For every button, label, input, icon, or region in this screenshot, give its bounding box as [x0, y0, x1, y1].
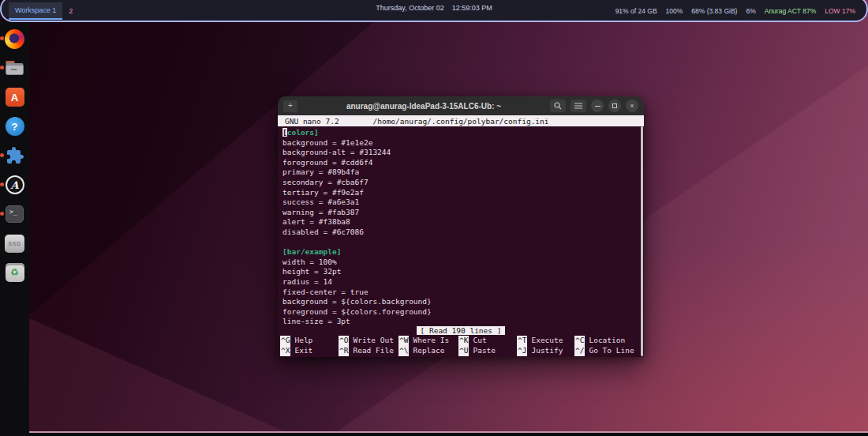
- dock-item-app-badge[interactable]: A: [5, 175, 25, 195]
- trash-icon: ♻: [6, 263, 24, 282]
- dock-item-extensions[interactable]: [5, 145, 25, 166]
- shortcut-key: ^U: [458, 346, 469, 356]
- stat-item: 91% of 24 GB: [615, 7, 657, 15]
- nano-file-path: /home/anurag/.config/polybar/config.ini: [372, 117, 548, 126]
- shortcut-hint: ^WWhere Is: [398, 336, 458, 346]
- nano-content: [colors]background = #1e1e2ebackground-a…: [282, 128, 637, 327]
- workspace-tab-2[interactable]: 2: [62, 2, 79, 20]
- shortcut-hint: ^UPaste: [458, 346, 517, 356]
- extensions-icon: [6, 146, 24, 165]
- nano-line: primary = #89b4fa: [282, 167, 637, 178]
- shortcut-hint: ^CLocation: [574, 336, 644, 346]
- shortcut-hint: ^TExecute: [517, 336, 574, 346]
- shortcut-label: Cut: [473, 336, 486, 346]
- search-icon: [554, 102, 562, 110]
- shortcut-key: ^J: [517, 346, 527, 356]
- shortcut-hint: ^KCut: [458, 336, 517, 346]
- nano-line: foreground = #cdd6f4: [282, 158, 637, 168]
- nano-line: line-size = 3pt: [282, 317, 637, 327]
- shortcut-label: Paste: [473, 346, 496, 356]
- text-cursor: [: [282, 128, 287, 137]
- desktop: Workspace 12 Thursday, October 0212:59:0…: [0, 0, 868, 436]
- system-stats: 91% of 24 GB100%68% (3.83 GiB)6%Anurag A…: [615, 7, 855, 15]
- shortcut-label: Location: [589, 336, 625, 346]
- shortcut-hint: ^GHelp: [280, 336, 339, 346]
- dock-item-file-manager[interactable]: [5, 58, 25, 78]
- notification-dot: [0, 36, 4, 40]
- dock-item-help[interactable]: ?: [5, 116, 25, 137]
- dock-item-ssd-drive[interactable]: SSD: [5, 233, 25, 254]
- notification-dot: [0, 153, 4, 157]
- dock-item-trash[interactable]: ♻: [5, 262, 25, 283]
- shortcut-label: Help: [294, 336, 312, 346]
- stat-item: 100%: [666, 7, 683, 15]
- dock-item-firefox[interactable]: [5, 28, 25, 49]
- shortcut-label: Replace: [413, 346, 444, 356]
- workspace-tab-1[interactable]: Workspace 1: [9, 2, 62, 20]
- shortcut-hint: ^OWrite Out: [339, 336, 398, 346]
- shortcut-label: Justify: [531, 346, 563, 356]
- terminal-icon: >_: [6, 205, 24, 223]
- minimize-button[interactable]: [591, 100, 604, 112]
- nano-line: [colors]: [282, 128, 637, 138]
- nano-line: [bar/example]: [282, 247, 637, 257]
- terminal-scrollbar[interactable]: [641, 126, 643, 356]
- shortcut-key: ^\: [398, 346, 409, 356]
- workspace-switcher: Workspace 12: [9, 2, 79, 20]
- nano-line: tertiary = #f9e2af: [282, 188, 637, 198]
- polybar: Workspace 12 Thursday, October 0212:59:0…: [0, 0, 868, 22]
- nano-line: background = #1e1e2e: [282, 138, 637, 148]
- shortcut-key: ^K: [458, 336, 469, 346]
- date-label: Thursday, October 02: [376, 4, 443, 12]
- nano-header: GNU nano 7.2 /home/anurag/.config/polyba…: [278, 115, 644, 126]
- shortcut-label: Write Out: [353, 336, 393, 346]
- wallpaper-bottom-edge: [0, 431, 868, 436]
- shortcut-key: ^G: [280, 336, 290, 346]
- close-button[interactable]: ×: [626, 100, 638, 112]
- shortcut-key: ^/: [574, 346, 585, 356]
- shortcut-label: Execute: [531, 336, 563, 346]
- close-icon: ×: [630, 103, 634, 110]
- maximize-button[interactable]: [608, 100, 621, 112]
- terminal-titlebar[interactable]: + anurag@anurag-IdeaPad-3-15ALC6-Ub: ~ ×: [278, 96, 644, 115]
- shortcut-key: ^W: [398, 336, 409, 346]
- nano-line: secondary = #cba6f7: [282, 178, 637, 188]
- stat-item: 68% (3.83 GiB): [691, 7, 737, 15]
- nano-status-message: [ Read 190 lines ]: [417, 326, 506, 335]
- shortcut-label: Exit: [294, 346, 312, 356]
- maximize-icon: [612, 103, 617, 108]
- nano-line: fixed-center = true: [282, 288, 637, 298]
- nano-shortcuts: ^GHelp^OWrite Out^WWhere Is^KCut^TExecut…: [280, 336, 644, 356]
- shortcut-key: ^X: [280, 346, 290, 356]
- terminal-content[interactable]: [colors]background = #1e1e2ebackground-a…: [278, 126, 644, 357]
- nano-line: background = ${colors.background}: [282, 297, 637, 307]
- stat-item: LOW 17%: [825, 7, 855, 15]
- nano-line: width = 100%: [282, 257, 637, 268]
- app-badge-icon: A: [6, 175, 24, 194]
- stat-item: 6%: [746, 7, 755, 15]
- menu-button[interactable]: [571, 100, 586, 112]
- firefox-icon: [5, 29, 24, 49]
- new-tab-button[interactable]: +: [283, 100, 297, 112]
- nano-line: disabled = #6c7086: [282, 227, 637, 238]
- shortcut-label: Read File: [353, 346, 393, 356]
- shortcut-key: ^R: [339, 346, 349, 356]
- hamburger-icon: [574, 103, 582, 109]
- search-button[interactable]: [550, 100, 566, 112]
- notification-dot: [0, 66, 4, 70]
- nano-line: success = #a6e3a1: [282, 197, 637, 208]
- shortcut-label: Go To Line: [589, 346, 634, 356]
- dock-item-terminal[interactable]: >_: [5, 204, 25, 224]
- dock: A?A>_SSD♻: [0, 21, 29, 436]
- nano-version-label: GNU nano 7.2: [285, 117, 339, 126]
- shortcut-hint: ^/Go To Line: [574, 346, 644, 356]
- nano-line: background-alt = #313244: [282, 148, 637, 158]
- dock-item-software-center[interactable]: A: [5, 87, 25, 107]
- notification-dot: [0, 212, 4, 216]
- shortcut-row: ^GHelp^OWrite Out^WWhere Is^KCut^TExecut…: [280, 336, 644, 346]
- nano-line: height = 32pt: [282, 267, 637, 277]
- minimize-icon: [595, 106, 600, 107]
- nano-line: radius = 14: [282, 277, 637, 288]
- shortcut-key: ^T: [517, 336, 527, 346]
- window-title: anurag@anurag-IdeaPad-3-15ALC6-Ub: ~: [302, 102, 545, 111]
